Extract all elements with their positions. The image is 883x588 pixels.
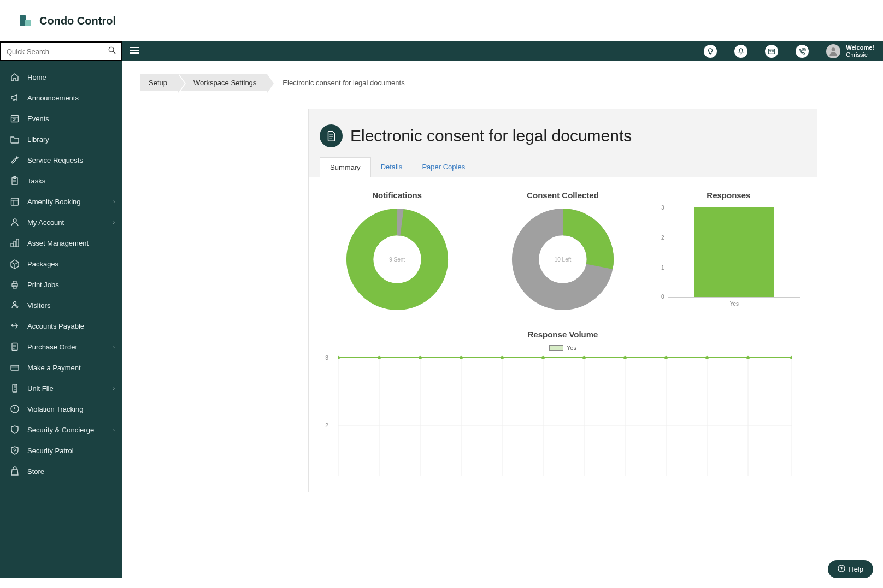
sidebar-item-label: Violation Tracking <box>27 405 83 413</box>
unit-icon <box>10 383 20 393</box>
user-icon <box>10 217 20 227</box>
chevron-right-icon: › <box>113 219 115 225</box>
svg-point-30 <box>14 302 16 305</box>
donut-consent: 10 Left <box>511 207 615 311</box>
sidebar-item-label: Events <box>27 115 49 123</box>
sidebar-item-security-concierge[interactable]: Security & Concierge› <box>0 419 122 440</box>
sidebar-item-make-a-payment[interactable]: Make a Payment <box>0 357 122 378</box>
sidebar-item-unit-file[interactable]: Unit File› <box>0 378 122 399</box>
patrol-icon <box>10 446 20 455</box>
svg-rect-38 <box>13 384 17 392</box>
user-menu[interactable]: Welcome! Chrissie <box>826 44 874 58</box>
sidebar: HomeAnnouncements24EventsLibraryService … <box>0 61 122 578</box>
donut-notifications: 9 Sent <box>345 207 449 311</box>
sidebar-item-print-jobs[interactable]: Print Jobs <box>0 274 122 295</box>
page-title: Electronic consent for legal documents <box>350 127 632 145</box>
sidebar-item-label: My Account <box>27 218 64 227</box>
sidebar-item-my-account[interactable]: My Account› <box>0 212 122 233</box>
page-document-icon <box>320 124 343 147</box>
package-icon <box>10 259 20 269</box>
sidebar-item-label: Service Requests <box>27 156 83 164</box>
phone-mail-icon[interactable] <box>796 45 809 58</box>
sidebar-item-events[interactable]: 24Events <box>0 108 122 129</box>
sidebar-item-store[interactable]: Store <box>0 461 122 482</box>
sidebar-item-label: Visitors <box>27 301 50 310</box>
chevron-right-icon: › <box>113 385 115 391</box>
breadcrumb-workspace-settings[interactable]: Workspace Settings <box>178 74 267 91</box>
search-input[interactable] <box>7 47 105 56</box>
po-icon: PO <box>10 342 20 352</box>
sidebar-item-home[interactable]: Home <box>0 67 122 87</box>
sidebar-item-security-patrol[interactable]: Security Patrol <box>0 440 122 461</box>
sidebar-item-label: Amenity Booking <box>27 198 81 206</box>
topbar: Welcome! Chrissie <box>0 41 883 61</box>
id-card-icon[interactable] <box>765 45 778 58</box>
tab-summary[interactable]: Summary <box>320 157 371 177</box>
shield-icon <box>10 425 20 435</box>
help-button[interactable]: ? Help <box>828 560 873 578</box>
sidebar-item-label: Security Patrol <box>27 447 74 455</box>
chevron-right-icon: › <box>113 344 115 350</box>
chart-title-responses: Responses <box>657 191 800 200</box>
tab-details[interactable]: Details <box>371 157 413 177</box>
chevron-right-icon: › <box>113 199 115 205</box>
breadcrumb-setup[interactable]: Setup <box>140 74 178 91</box>
violation-icon <box>10 404 20 414</box>
bar-chart-responses: 3 2 1 0 Yes <box>657 207 800 311</box>
sidebar-item-asset-management[interactable]: Asset Management <box>0 233 122 253</box>
tab-paper-copies[interactable]: Paper Copies <box>412 157 475 177</box>
sidebar-item-visitors[interactable]: Visitors <box>0 295 122 316</box>
wrench-icon <box>10 155 20 165</box>
svg-point-71 <box>582 356 586 359</box>
ap-icon <box>10 321 20 331</box>
breadcrumb-current: Electronic consent for legal documents <box>267 74 415 91</box>
bar-yes <box>694 207 774 297</box>
svg-point-72 <box>623 356 627 359</box>
content-card: Electronic consent for legal documents S… <box>308 109 817 492</box>
svg-rect-28 <box>13 281 16 283</box>
sidebar-item-violation-tracking[interactable]: Violation Tracking <box>0 399 122 419</box>
svg-rect-25 <box>14 241 16 247</box>
help-icon: ? <box>838 565 845 574</box>
sidebar-item-label: Unit File <box>27 384 54 393</box>
sidebar-item-purchase-order[interactable]: POPurchase Order› <box>0 336 122 357</box>
chart-title-notifications: Notifications <box>325 191 469 200</box>
svg-line-1 <box>113 51 115 54</box>
svg-point-74 <box>705 356 709 359</box>
search-icon[interactable] <box>108 46 116 56</box>
user-name: Chrissie <box>846 51 874 58</box>
calendar-icon: 24 <box>10 114 20 123</box>
sidebar-item-label: Library <box>27 135 49 144</box>
avatar <box>826 44 840 58</box>
svg-point-76 <box>790 356 792 359</box>
sidebar-item-announcements[interactable]: Announcements <box>0 87 122 108</box>
sidebar-item-accounts-payable[interactable]: Accounts Payable <box>0 316 122 336</box>
svg-point-6 <box>770 50 772 52</box>
svg-point-44 <box>14 411 15 412</box>
sidebar-item-label: Asset Management <box>27 239 89 247</box>
sidebar-item-tasks[interactable]: Tasks <box>0 170 122 191</box>
svg-point-10 <box>832 47 835 51</box>
sidebar-item-service-requests[interactable]: Service Requests <box>0 150 122 170</box>
sidebar-item-packages[interactable]: Packages <box>0 253 122 274</box>
sidebar-item-amenity-booking[interactable]: Amenity Booking› <box>0 191 122 212</box>
megaphone-icon <box>10 93 20 103</box>
legend-volume: Yes <box>325 345 800 351</box>
svg-point-75 <box>746 356 750 359</box>
legend-swatch-yes <box>549 345 563 351</box>
svg-point-65 <box>338 356 340 359</box>
home-icon <box>10 72 20 82</box>
line-chart-volume: 3 2 <box>325 355 800 476</box>
lightbulb-icon[interactable] <box>704 45 717 58</box>
svg-point-45 <box>14 449 16 451</box>
svg-rect-26 <box>16 239 19 247</box>
sidebar-item-label: Home <box>27 73 46 81</box>
hamburger-menu-icon[interactable] <box>122 46 146 56</box>
sidebar-item-library[interactable]: Library <box>0 129 122 150</box>
printer-icon <box>10 280 20 289</box>
search-input-container[interactable] <box>0 41 122 61</box>
sidebar-item-label: Packages <box>27 260 58 268</box>
svg-rect-18 <box>11 198 19 205</box>
bell-icon[interactable] <box>734 45 747 58</box>
svg-point-70 <box>541 356 545 359</box>
